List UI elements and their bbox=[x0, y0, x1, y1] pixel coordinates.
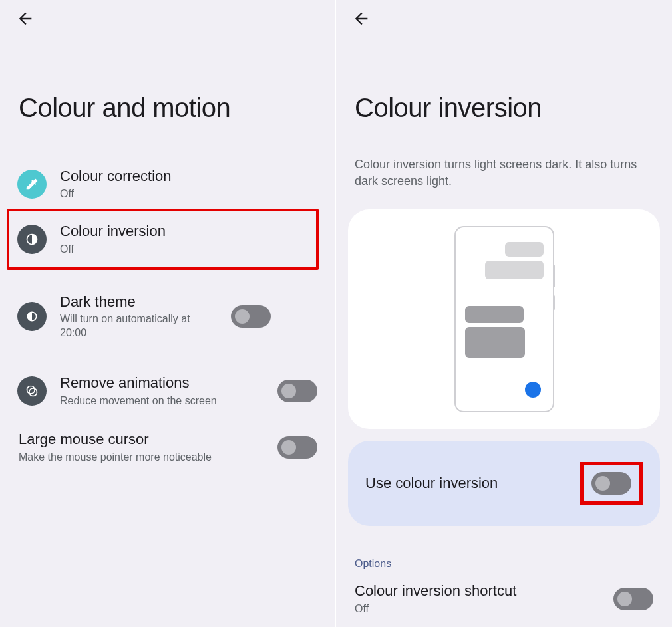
dark-theme-toggle[interactable] bbox=[231, 305, 271, 328]
large-cursor-label: Large mouse cursor bbox=[19, 430, 272, 449]
phone-preview bbox=[454, 226, 554, 412]
large-cursor-toggle[interactable] bbox=[277, 436, 317, 459]
large-cursor-item[interactable]: Large mouse cursor Make the mouse pointe… bbox=[9, 430, 325, 464]
preview-block bbox=[465, 306, 524, 323]
colour-inversion-shortcut-item[interactable]: Colour inversion shortcut Off bbox=[355, 582, 653, 616]
dark-theme-item[interactable]: Dark theme Will turn on automatically at… bbox=[9, 282, 325, 351]
preview-block bbox=[465, 327, 525, 358]
row-text: Colour inversion shortcut Off bbox=[355, 582, 516, 616]
phone-button-icon bbox=[553, 265, 555, 287]
divider bbox=[212, 303, 212, 330]
highlight-box bbox=[580, 462, 643, 505]
dark-theme-status: Will turn on automatically at 20:00 bbox=[60, 313, 206, 340]
remove-animations-status: Reduce movement on the screen bbox=[60, 394, 272, 408]
arrow-back-icon bbox=[352, 9, 371, 28]
preview-fab bbox=[525, 382, 541, 398]
remove-animations-label: Remove animations bbox=[60, 374, 272, 393]
colour-correction-status: Off bbox=[60, 188, 317, 201]
back-button[interactable] bbox=[352, 9, 371, 31]
remove-animations-item[interactable]: Remove animations Reduce movement on the… bbox=[9, 363, 325, 418]
use-colour-inversion-card[interactable]: Use colour inversion bbox=[348, 441, 660, 526]
colour-correction-label: Colour correction bbox=[60, 167, 317, 186]
settings-list: Colour correction Off Colour inversion O… bbox=[0, 156, 335, 465]
dark-theme-icon bbox=[17, 302, 47, 331]
row-text: Dark theme Will turn on automatically at… bbox=[60, 293, 206, 340]
row-text: Large mouse cursor Make the mouse pointe… bbox=[19, 430, 272, 464]
eyedropper-icon bbox=[17, 170, 47, 199]
row-text: Colour correction Off bbox=[60, 167, 317, 201]
remove-animations-toggle[interactable] bbox=[277, 380, 317, 402]
options-header: Options bbox=[355, 558, 653, 570]
preview-card bbox=[348, 209, 660, 429]
colour-inversion-screen: Colour inversion Colour inversion turns … bbox=[336, 0, 672, 627]
row-text: Colour inversion Off bbox=[60, 222, 308, 256]
animation-icon bbox=[17, 376, 47, 406]
shortcut-status: Off bbox=[355, 602, 516, 616]
shortcut-label: Colour inversion shortcut bbox=[355, 582, 516, 601]
contrast-icon bbox=[17, 225, 47, 254]
large-cursor-status: Make the mouse pointer more noticeable bbox=[19, 451, 272, 465]
row-text: Remove animations Reduce movement on the… bbox=[60, 374, 272, 408]
page-title: Colour inversion bbox=[355, 93, 672, 123]
svg-point-3 bbox=[29, 388, 37, 396]
colour-inversion-status: Off bbox=[60, 243, 308, 257]
use-colour-inversion-toggle[interactable] bbox=[591, 472, 631, 495]
dark-theme-label: Dark theme bbox=[60, 293, 206, 312]
page-title: Colour and motion bbox=[19, 93, 335, 123]
page-description: Colour inversion turns light screens dar… bbox=[355, 156, 653, 189]
arrow-back-icon bbox=[16, 9, 35, 28]
phone-button-icon bbox=[553, 295, 555, 310]
preview-block bbox=[485, 261, 544, 279]
shortcut-toggle[interactable] bbox=[613, 588, 653, 610]
colour-inversion-item[interactable]: Colour inversion Off bbox=[7, 209, 319, 269]
colour-and-motion-screen: Colour and motion Colour correction Off … bbox=[0, 0, 336, 627]
back-button[interactable] bbox=[16, 9, 35, 31]
use-colour-inversion-label: Use colour inversion bbox=[365, 475, 498, 492]
colour-inversion-label: Colour inversion bbox=[60, 222, 308, 241]
preview-block bbox=[505, 242, 544, 257]
svg-point-2 bbox=[27, 386, 35, 394]
colour-correction-item[interactable]: Colour correction Off bbox=[9, 156, 325, 211]
